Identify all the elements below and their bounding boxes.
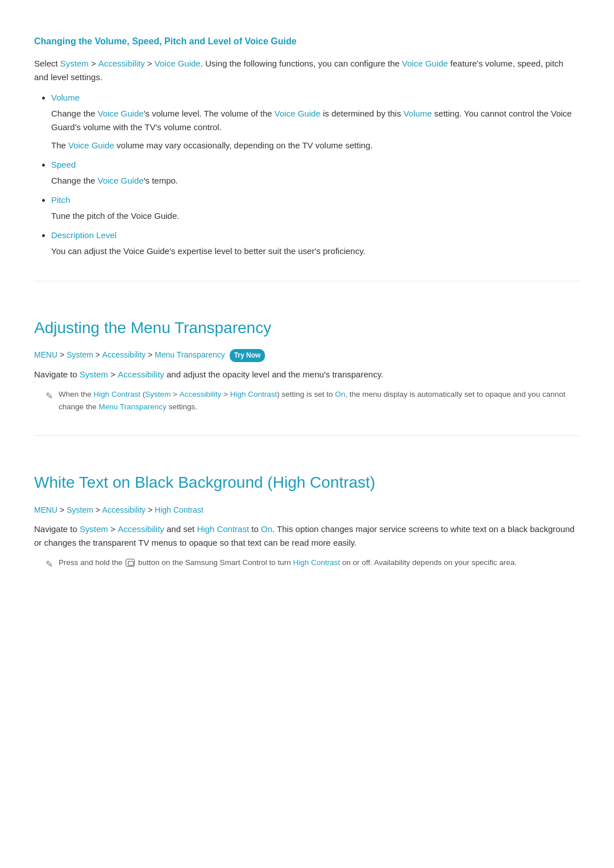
- divider-2: [34, 435, 580, 436]
- link-accessibility-5: Accessibility: [118, 524, 164, 534]
- voice-guide-list: Volume Change the Voice Guide's volume l…: [51, 91, 580, 258]
- breadcrumb-accessibility-2: Accessibility: [102, 350, 146, 359]
- link-system-2: System: [80, 369, 108, 379]
- link-voice-guide-4: Voice Guide: [275, 109, 321, 118]
- link-high-contrast-2: High Contrast: [230, 390, 277, 398]
- description-level-desc: You can adjust the Voice Guide's experti…: [51, 244, 580, 258]
- breadcrumb-system-3: System: [67, 505, 93, 514]
- pitch-label: Pitch: [51, 193, 580, 207]
- link-high-contrast-4: High Contrast: [293, 558, 340, 567]
- section2-note-text: When the High Contrast (System > Accessi…: [59, 388, 580, 413]
- breadcrumb-high-contrast: High Contrast: [155, 505, 204, 514]
- pencil-icon-2: ✎: [45, 557, 53, 572]
- link-on-1: On: [335, 390, 345, 398]
- breadcrumb-menu-transparency: Menu Transparency: [155, 350, 225, 359]
- pitch-desc: Tune the pitch of the Voice Guide.: [51, 209, 580, 223]
- link-voice-guide-2: Voice Guide: [402, 59, 448, 68]
- section3-note-text: Press and hold the button on the Samsung…: [59, 556, 517, 569]
- section-menu-transparency: Adjusting the Menu Transparency MENU > S…: [34, 281, 580, 413]
- section-high-contrast: White Text on Black Background (High Con…: [34, 435, 580, 571]
- list-item-description-level: Description Level You can adjust the Voi…: [51, 229, 580, 258]
- list-item-pitch: Pitch Tune the pitch of the Voice Guide.: [51, 193, 580, 223]
- link-voice-guide-1: Voice Guide: [155, 59, 201, 68]
- try-now-badge[interactable]: Try Now: [230, 349, 265, 362]
- breadcrumb-accessibility-3: Accessibility: [102, 505, 146, 514]
- link-voice-guide-5: Voice Guide: [68, 140, 114, 150]
- list-item-speed: Speed Change the Voice Guide's tempo.: [51, 158, 580, 188]
- link-system-4: System: [80, 524, 108, 534]
- section2-title: Adjusting the Menu Transparency: [34, 298, 580, 341]
- link-accessibility-1: Accessibility: [98, 59, 145, 68]
- speed-label: Speed: [51, 158, 580, 172]
- section3-note: ✎ Press and hold the button on the Samsu…: [45, 556, 580, 572]
- link-voice-guide-3: Voice Guide: [98, 109, 144, 118]
- link-voice-guide-6: Voice Guide: [98, 176, 144, 185]
- speed-desc: Change the Voice Guide's tempo.: [51, 174, 580, 188]
- description-level-label: Description Level: [51, 229, 580, 242]
- breadcrumb-system-2: System: [67, 350, 93, 359]
- link-high-contrast-3: High Contrast: [197, 524, 249, 534]
- section2-breadcrumb: MENU > System > Accessibility > Menu Tra…: [34, 348, 580, 362]
- link-menu-transparency: Menu Transparency: [99, 402, 167, 411]
- smart-control-icon: [126, 559, 135, 567]
- section3-title: White Text on Black Background (High Con…: [34, 453, 580, 496]
- volume-desc2: The Voice Guide volume may vary occasion…: [51, 139, 580, 152]
- section3-breadcrumb: MENU > System > Accessibility > High Con…: [34, 504, 580, 516]
- section2-note: ✎ When the High Contrast (System > Acces…: [45, 388, 580, 413]
- link-on-2: On: [261, 524, 272, 534]
- link-high-contrast-1: High Contrast: [94, 390, 141, 398]
- section1-title: Changing the Volume, Speed, Pitch and Le…: [34, 23, 580, 49]
- volume-label: Volume: [51, 91, 580, 105]
- breadcrumb-menu-3: MENU: [34, 505, 57, 514]
- link-system: System: [60, 59, 89, 68]
- section-voice-guide: Changing the Volume, Speed, Pitch and Le…: [34, 23, 580, 258]
- link-volume: Volume: [404, 109, 432, 118]
- breadcrumb-menu-2: MENU: [34, 350, 57, 359]
- pencil-icon: ✎: [45, 389, 53, 404]
- link-accessibility-3: Accessibility: [118, 369, 164, 379]
- list-item-volume: Volume Change the Voice Guide's volume l…: [51, 91, 580, 152]
- link-accessibility-4: Accessibility: [180, 390, 222, 398]
- link-system-3: System: [145, 390, 171, 398]
- section1-intro: Select System > Accessibility > Voice Gu…: [34, 57, 580, 84]
- section2-body: Navigate to System > Accessibility and a…: [34, 368, 580, 381]
- section3-body: Navigate to System > Accessibility and s…: [34, 522, 580, 550]
- divider-1: [34, 281, 580, 281]
- volume-desc1: Change the Voice Guide's volume level. T…: [51, 107, 580, 134]
